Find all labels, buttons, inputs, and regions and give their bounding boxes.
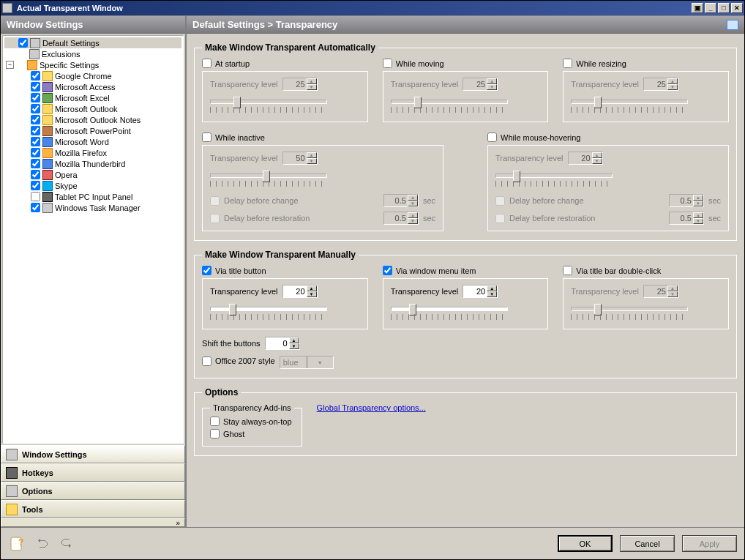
level-slider[interactable] bbox=[571, 95, 688, 116]
spin-down-icon[interactable]: ▼ bbox=[307, 158, 317, 164]
spin-up-icon[interactable]: ▲ bbox=[667, 285, 678, 291]
spin-up-icon[interactable]: ▲ bbox=[408, 212, 418, 218]
spin-up-icon[interactable]: ▲ bbox=[693, 195, 703, 201]
level-spinner[interactable]: ▲▼ bbox=[463, 285, 498, 298]
tree-item[interactable]: Opera bbox=[4, 169, 181, 180]
startup-check[interactable]: At startup bbox=[202, 59, 368, 68]
ok-button[interactable]: OK bbox=[558, 535, 613, 552]
stay-ontop-check[interactable]: Stay always-on-top bbox=[210, 417, 294, 426]
tree-item-check[interactable] bbox=[31, 126, 40, 135]
spin-down-icon[interactable]: ▼ bbox=[693, 201, 703, 206]
nav-options[interactable]: Options bbox=[1, 482, 185, 500]
level-slider[interactable] bbox=[571, 302, 688, 323]
spin-down-icon[interactable]: ▼ bbox=[307, 84, 317, 90]
spin-up-icon[interactable]: ▲ bbox=[289, 337, 299, 343]
nav-hotkeys[interactable]: Hotkeys bbox=[1, 463, 185, 482]
delay-change-check[interactable] bbox=[495, 196, 505, 206]
level-slider[interactable] bbox=[210, 302, 327, 323]
spin-down-icon[interactable]: ▼ bbox=[667, 84, 678, 90]
redo-icon[interactable]: ⮎ bbox=[58, 536, 74, 552]
level-spinner[interactable]: ▲▼ bbox=[568, 152, 603, 165]
nav-tools[interactable]: Tools bbox=[1, 500, 185, 518]
level-slider[interactable] bbox=[391, 302, 508, 323]
spin-down-icon[interactable]: ▼ bbox=[592, 158, 602, 164]
tree-item-check[interactable] bbox=[31, 148, 40, 157]
tree-item[interactable]: Google Chrome bbox=[4, 70, 181, 81]
level-slider[interactable] bbox=[210, 95, 327, 116]
tree-item[interactable]: Microsoft Outlook Notes bbox=[4, 114, 181, 125]
tree-item-check[interactable] bbox=[31, 104, 40, 113]
tree-item-check[interactable] bbox=[31, 170, 40, 179]
apply-button[interactable]: Apply bbox=[682, 535, 737, 552]
window-icon[interactable] bbox=[727, 20, 738, 30]
spin-down-icon[interactable]: ▼ bbox=[289, 343, 299, 349]
delay-spinner[interactable]: ▲▼ bbox=[383, 194, 419, 207]
spin-down-icon[interactable]: ▼ bbox=[487, 84, 497, 90]
spin-down-icon[interactable]: ▼ bbox=[487, 291, 497, 297]
spin-up-icon[interactable]: ▲ bbox=[667, 78, 678, 84]
level-slider[interactable] bbox=[210, 169, 327, 190]
tree-default-settings[interactable]: Default Settings bbox=[4, 37, 181, 48]
spin-down-icon[interactable]: ▼ bbox=[408, 201, 418, 206]
office-style-select[interactable]: blue▼ bbox=[280, 356, 334, 369]
spin-down-icon[interactable]: ▼ bbox=[408, 218, 418, 224]
spin-up-icon[interactable]: ▲ bbox=[592, 152, 602, 158]
delay-spinner[interactable]: ▲▼ bbox=[383, 212, 419, 225]
maximize-button[interactable]: □ bbox=[718, 3, 730, 13]
resizing-check[interactable]: While resizing bbox=[563, 59, 729, 68]
level-spinner[interactable]: ▲▼ bbox=[282, 285, 318, 298]
delay-spinner[interactable]: ▲▼ bbox=[669, 212, 704, 225]
tree-item[interactable]: Microsoft PowerPoint bbox=[4, 125, 181, 136]
inactive-check[interactable]: While inactive bbox=[202, 132, 443, 142]
nav-expand[interactable]: » bbox=[1, 518, 185, 527]
tree-item[interactable]: Microsoft Access bbox=[4, 81, 181, 92]
spin-up-icon[interactable]: ▲ bbox=[408, 195, 418, 201]
close-button[interactable]: ✕ bbox=[731, 3, 743, 13]
level-spinner[interactable]: ▲▼ bbox=[282, 78, 318, 91]
spin-down-icon[interactable]: ▼ bbox=[693, 218, 703, 224]
hover-check[interactable]: While mouse-hovering bbox=[487, 132, 729, 142]
delay-spinner[interactable]: ▲▼ bbox=[669, 194, 704, 207]
spin-up-icon[interactable]: ▲ bbox=[487, 285, 497, 291]
spin-down-icon[interactable]: ▼ bbox=[667, 291, 678, 297]
tree-item-check[interactable] bbox=[31, 159, 40, 168]
tree-item[interactable]: Microsoft Word bbox=[4, 136, 181, 147]
settings-tree[interactable]: Default Settings Exclusions − Specific S… bbox=[2, 35, 184, 444]
level-spinner[interactable]: ▲▼ bbox=[643, 78, 678, 91]
tree-item-check[interactable] bbox=[31, 137, 40, 146]
minimize-button[interactable]: _ bbox=[705, 3, 716, 13]
tree-item-check[interactable] bbox=[31, 192, 40, 201]
delay-restore-check[interactable] bbox=[495, 214, 505, 223]
tree-item[interactable]: Microsoft Excel bbox=[4, 92, 181, 103]
dblclick-check[interactable]: Via title bar double-click bbox=[563, 266, 729, 275]
moving-check[interactable]: While moving bbox=[383, 59, 549, 68]
tree-item[interactable]: Mozilla Thunderbird bbox=[4, 158, 181, 169]
titlebtn-check[interactable]: Via title button bbox=[202, 266, 368, 275]
tree-item-check[interactable] bbox=[31, 115, 40, 124]
level-spinner[interactable]: ▲▼ bbox=[463, 78, 498, 91]
level-slider[interactable] bbox=[495, 169, 613, 190]
level-slider[interactable] bbox=[391, 95, 508, 116]
level-spinner[interactable]: ▲▼ bbox=[643, 285, 678, 298]
delay-restore-check[interactable] bbox=[210, 214, 220, 223]
collapse-icon[interactable]: − bbox=[6, 61, 14, 69]
tree-item-check[interactable] bbox=[31, 93, 40, 102]
tree-default-check[interactable] bbox=[18, 38, 28, 48]
undo-icon[interactable]: ⮌ bbox=[34, 536, 50, 552]
global-options-link[interactable]: Global Transparency options... bbox=[317, 403, 426, 412]
nav-window-settings[interactable]: Window Settings bbox=[1, 445, 185, 463]
tree-item-check[interactable] bbox=[31, 203, 40, 212]
tree-item-check[interactable] bbox=[31, 181, 40, 190]
chevron-down-icon[interactable]: ▼ bbox=[307, 356, 333, 368]
spin-up-icon[interactable]: ▲ bbox=[487, 78, 497, 84]
menuitem-check[interactable]: Via window menu item bbox=[383, 266, 549, 275]
tree-item[interactable]: Microsoft Outlook bbox=[4, 103, 181, 114]
tree-item[interactable]: Tablet PC Input Panel bbox=[4, 191, 181, 202]
spin-down-icon[interactable]: ▼ bbox=[307, 291, 317, 297]
tree-item[interactable]: Mozilla Firefox bbox=[4, 147, 181, 158]
delay-change-check[interactable] bbox=[210, 196, 220, 206]
ghost-check[interactable]: Ghost bbox=[210, 429, 294, 438]
help-icon[interactable]: ? bbox=[8, 534, 27, 553]
tree-exclusions[interactable]: Exclusions bbox=[4, 48, 181, 59]
tree-item[interactable]: Windows Task Manager bbox=[4, 202, 181, 213]
